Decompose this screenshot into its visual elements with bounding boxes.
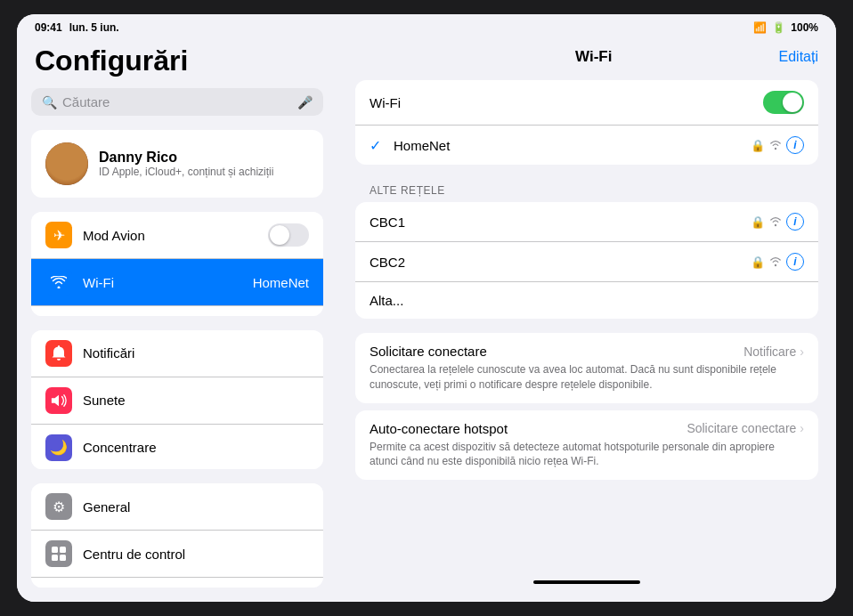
profile-card[interactable]: Danny Rico ID Apple, iCloud+, conținut ș… — [31, 130, 323, 198]
general-icon: ⚙ — [45, 493, 72, 520]
right-panel-title: Wi-Fi — [409, 48, 779, 66]
cbc1-info-icon[interactable]: i — [786, 213, 804, 231]
sidebar-item-sounds[interactable]: Sunete — [31, 377, 323, 425]
focus-icon: 🌙 — [45, 434, 72, 461]
other-networks-header: ALTE REȚELE — [355, 179, 818, 202]
cbc1-icons: 🔒 i — [751, 213, 804, 231]
other-networks-list: CBC1 🔒 i CBC2 — [355, 202, 818, 319]
search-bar[interactable]: 🔍 🎤 — [31, 88, 323, 116]
current-network-info-icon[interactable]: i — [786, 136, 804, 154]
status-time: 09:41 — [35, 21, 62, 34]
wifi-toggle-label: Wi-Fi — [370, 95, 763, 110]
svg-rect-2 — [60, 547, 66, 553]
controlcenter-label: Centru de control — [83, 547, 309, 562]
network-cbc2-name: CBC2 — [370, 255, 742, 270]
auto-hotspot-section: Auto-conectare hotspot Solicitare conect… — [355, 410, 818, 481]
notifications-icon — [45, 340, 72, 367]
cbc1-wifi-icon — [768, 216, 783, 227]
edit-button[interactable]: Editați — [779, 49, 818, 65]
cbc2-info-icon[interactable]: i — [786, 253, 804, 271]
network-cbc1[interactable]: CBC1 🔒 i — [355, 202, 818, 242]
sidebar-item-airplane[interactable]: ✈ Mod Avion — [31, 212, 323, 259]
lock-icon: 🔒 — [751, 139, 765, 152]
sidebar-item-general[interactable]: ⚙ General — [31, 483, 323, 531]
cbc2-wifi-icon — [768, 256, 783, 267]
airplane-icon: ✈ — [45, 222, 72, 248]
status-bar: 09:41 lun. 5 iun. 📶 🔋 100% — [17, 14, 836, 37]
mic-icon[interactable]: 🎤 — [297, 95, 313, 109]
cbc2-lock-icon: 🔒 — [751, 255, 765, 269]
svg-rect-4 — [60, 555, 66, 561]
current-network-name: HomeNet — [394, 138, 742, 153]
sidebar-item-bluetooth[interactable]: ᛒ Bluetooth Da — [31, 306, 323, 316]
current-network-icons: 🔒 i — [751, 136, 804, 154]
network-cbc2[interactable]: CBC2 🔒 i — [355, 242, 818, 282]
ask-to-join-value: Notificare — [743, 344, 796, 359]
general-label: General — [83, 499, 309, 515]
sidebar-item-controlcenter[interactable]: Centru de control — [31, 531, 323, 578]
sidebar-item-notifications[interactable]: Notificări — [31, 330, 323, 377]
settings-group-connectivity: ✈ Mod Avion Wi-Fi HomeNe — [31, 212, 323, 316]
wifi-sidebar-label: Wi-Fi — [83, 275, 242, 290]
wifi-toggle-row[interactable]: Wi-Fi — [355, 80, 818, 126]
network-cbc1-name: CBC1 — [370, 215, 742, 230]
sounds-icon — [45, 387, 72, 414]
auto-hotspot-desc: Permite ca acest dispozitiv să detecteze… — [370, 440, 804, 470]
wifi-sidebar-icon — [45, 269, 72, 296]
auto-hotspot-chevron: › — [800, 421, 804, 435]
sidebar-item-focus[interactable]: 🌙 Concentrare — [31, 425, 323, 469]
wifi-main-toggle[interactable] — [763, 91, 804, 114]
sounds-label: Sunete — [83, 393, 309, 408]
right-panel: Wi-Fi Editați Wi-Fi ✓ HomeNet 🔒 — [337, 37, 836, 602]
ask-to-join-section: Solicitare conectare Notificare › Conect… — [355, 333, 818, 403]
wifi-signal-icon — [768, 140, 783, 150]
sidebar: Configurări 🔍 🎤 Danny Rico ID Apple, iCl… — [17, 37, 337, 602]
home-indicator — [533, 580, 640, 584]
cbc2-icons: 🔒 i — [751, 253, 804, 271]
ask-to-join-item[interactable]: Solicitare conectare Notificare › Conect… — [355, 333, 818, 403]
svg-rect-3 — [52, 555, 58, 561]
search-icon: 🔍 — [42, 95, 57, 109]
battery-percent: 100% — [791, 21, 818, 34]
network-other-name: Alta... — [370, 293, 804, 308]
notifications-label: Notificări — [83, 345, 309, 361]
wifi-sidebar-value: HomeNet — [253, 275, 309, 290]
ask-to-join-chevron: › — [800, 344, 804, 359]
sidebar-item-display[interactable]: ☀ Afișaj și luminozitate — [31, 578, 323, 588]
sidebar-item-wifi[interactable]: Wi-Fi HomeNet — [31, 259, 323, 306]
main-content: Configurări 🔍 🎤 Danny Rico ID Apple, iCl… — [17, 37, 836, 602]
profile-info: Danny Rico ID Apple, iCloud+, conținut ș… — [99, 150, 273, 178]
ipad-frame: 09:41 lun. 5 iun. 📶 🔋 100% Configurări 🔍… — [17, 14, 836, 602]
focus-label: Concentrare — [83, 440, 309, 455]
profile-name: Danny Rico — [99, 150, 273, 166]
right-header: Wi-Fi Editați — [355, 37, 818, 80]
status-day: lun. 5 iun. — [69, 21, 119, 34]
avatar — [45, 142, 88, 185]
settings-group-system: ⚙ General Centru de control — [31, 483, 323, 588]
airplane-toggle[interactable] — [268, 223, 309, 247]
controlcenter-icon — [45, 540, 72, 567]
search-input[interactable] — [62, 94, 292, 109]
wifi-status-icon: 📶 — [753, 21, 767, 34]
profile-subtitle: ID Apple, iCloud+, conținut și achiziții — [99, 166, 273, 178]
svg-rect-1 — [52, 547, 58, 553]
auto-hotspot-item[interactable]: Auto-conectare hotspot Solicitare conect… — [355, 410, 818, 481]
current-network-row[interactable]: ✓ HomeNet 🔒 i — [355, 126, 818, 165]
auto-hotspot-title: Auto-conectare hotspot — [370, 421, 508, 436]
sidebar-title: Configurări — [31, 37, 323, 88]
network-other[interactable]: Alta... — [355, 282, 818, 319]
battery-icon: 🔋 — [772, 21, 785, 34]
settings-group-personal: Notificări Sunete 🌙 Concentrare — [31, 330, 323, 469]
cbc1-lock-icon: 🔒 — [751, 215, 765, 229]
wifi-main-section: Wi-Fi ✓ HomeNet 🔒 i — [355, 80, 818, 165]
ask-to-join-desc: Conectarea la rețelele cunoscute va avea… — [370, 362, 804, 393]
other-networks-section: ALTE REȚELE CBC1 🔒 i — [355, 179, 818, 333]
checkmark-icon: ✓ — [370, 137, 381, 154]
airplane-label: Mod Avion — [83, 228, 257, 243]
auto-hotspot-value: Solicitare conectare — [686, 421, 796, 435]
ask-to-join-title: Solicitare conectare — [370, 344, 487, 359]
